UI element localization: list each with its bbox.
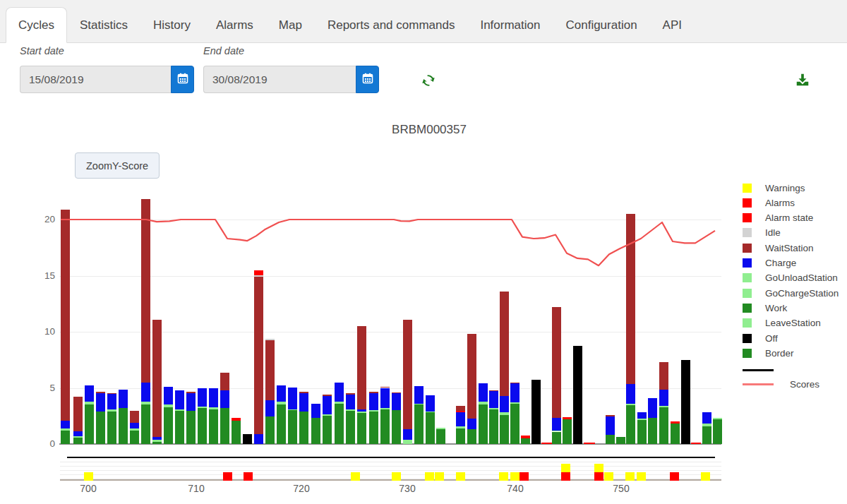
tab-map[interactable]: Map [266,7,315,43]
tab-statistics[interactable]: Statistics [67,7,140,43]
bar-segment-charge [648,398,657,418]
bar-segment-go [141,402,150,405]
zoomy-score-button[interactable]: ZoomY-Score [75,152,160,179]
bar-segment-charge [357,409,366,412]
start-date-label: Start date [20,45,64,56]
strip-marker-warning [435,472,444,481]
bar-segment-wait [220,373,229,390]
bar-segment-work [467,429,476,444]
end-date-input[interactable] [203,66,356,93]
bar-segment-work [659,407,668,444]
legend-label: LeaveStation [765,318,821,328]
bar-segment-go [426,412,435,413]
legend-item-work: Work [743,302,787,313]
bar-segment-go [414,404,424,405]
bar-segment-work [414,404,424,444]
legend-label: Border [765,348,794,359]
bar-segment-alarm [584,443,595,444]
calendar-icon [177,73,188,87]
bar-segment-work [277,404,286,444]
y-tick-label: 15 [34,270,55,281]
bar-segment-work [209,409,218,444]
bar-segment-go [436,428,445,429]
bar-segment-charge [130,423,139,428]
end-date-group [203,66,379,93]
legend-item-alarm-state: Alarm state [743,212,813,224]
bar-segment-work [500,415,509,444]
download-button[interactable] [792,70,813,91]
start-date-calendar-button[interactable] [171,66,194,93]
tab-history[interactable]: History [140,7,203,43]
bar-segment-go [510,402,519,404]
bar-segment-charge [637,412,647,419]
bar-segment-charge [403,429,412,440]
bar-segment-wait [152,320,162,437]
bar-segment-go [335,402,344,403]
bar-segment-charge [220,390,229,408]
y-tick-label: 10 [34,326,55,337]
refresh-button[interactable] [418,71,439,92]
tab-reports-and-commands[interactable]: Reports and commands [315,7,467,43]
bar-segment-alarm [563,417,572,419]
legend-label: GoChargeStation [765,288,839,299]
tab-alarms[interactable]: Alarms [203,7,266,43]
bar-segment-go [500,412,509,414]
bar-segment-go [152,440,162,442]
strip-marker-alarm [561,472,570,481]
end-date-calendar-button[interactable] [356,66,379,93]
bar-segment-charge [198,388,207,406]
y-tick-label: 5 [34,383,55,393]
legend-item-idle: Idle [743,227,781,239]
bar-segment-charge [659,390,668,406]
bar-segment-charge [323,396,332,414]
bar-segment-charge [414,386,424,404]
bar-segment-work [626,405,635,444]
bar-segment-work [616,437,625,444]
bar-segment-work [713,419,722,444]
bar-segment-go [479,402,488,404]
legend-label: Charge [765,258,796,268]
bar-segment-charge [152,437,162,440]
bar-segment-charge [500,396,509,413]
bar-segment-work [323,416,332,444]
legend-swatch [743,334,752,343]
bar-segment-alarm [456,411,465,412]
strip-marker-warning [84,472,93,481]
bar-segment-idle [254,275,263,277]
start-date-group [20,66,194,93]
refresh-icon [421,73,436,90]
bar-segment-wait [369,392,378,393]
bar-segment-work [311,418,320,444]
bar-segment-wait [456,406,465,411]
bar-segment-work [107,412,116,444]
bar-segment-work [198,408,207,444]
bar-segment-charge [626,384,635,404]
legend-item-leavestation: LeaveStation [743,318,821,329]
legend-label: Idle [765,227,781,238]
bar-segment-go [403,440,412,444]
bar-segment-work [152,442,162,444]
tab-cycles[interactable]: Cycles [6,7,67,43]
bar-segment-work [175,411,184,444]
tab-information[interactable]: Information [467,7,553,43]
strip-marker-warning [510,472,519,481]
bar-segment-wait [626,214,635,384]
bar-segment-go [73,436,83,438]
bar-segment-go [369,410,378,412]
tab-configuration[interactable]: Configuration [553,7,649,43]
bar-segment-work [671,424,680,444]
bar-segment-wait [254,277,263,434]
tab-api[interactable]: API [650,7,695,43]
bar-segment-go [175,409,184,411]
bar-segment-charge [456,412,465,426]
bar-segment-alarm [254,270,263,275]
bar-segment-go [209,407,218,409]
start-date-input[interactable] [20,66,171,93]
bar-segment-go [713,418,722,419]
bar-segment-work [369,412,378,444]
legend-swatch [743,289,752,298]
bar-segment-idle [265,339,275,340]
bar-segment-work [552,432,561,444]
legend-swatch [743,349,752,358]
legend-label: Off [765,333,778,344]
